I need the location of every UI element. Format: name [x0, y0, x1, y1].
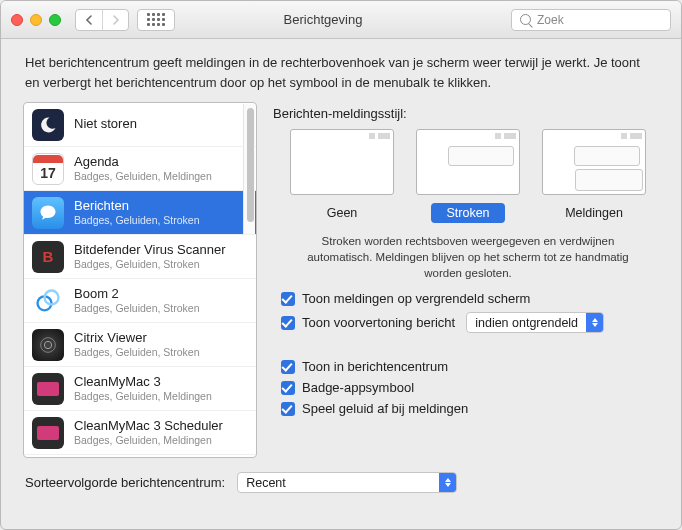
sound-checkbox[interactable]: Speel geluid af bij meldingen — [281, 401, 663, 416]
alert-style-none[interactable]: Geen — [290, 129, 394, 223]
search-field[interactable]: Zoek — [511, 9, 671, 31]
list-item[interactable]: Dashlane Badges, Geluiden, Stroken — [24, 455, 256, 457]
svg-point-2 — [44, 341, 51, 348]
list-item[interactable]: Niet storen — [24, 103, 256, 147]
checkbox-icon — [281, 316, 295, 330]
cleanmymac-scheduler-icon — [32, 417, 64, 449]
alert-style-help: Stroken worden rechtsboven weergegeven e… — [273, 227, 663, 291]
list-item-selected[interactable]: Berichten Badges, Geluiden, Stroken — [24, 191, 256, 235]
search-icon — [520, 14, 531, 25]
checkbox-icon — [281, 402, 295, 416]
checkbox-icon — [281, 381, 295, 395]
list-item[interactable]: 17 Agenda Badges, Geluiden, Meldingen — [24, 147, 256, 191]
preview-dropdown[interactable]: indien ontgrendeld — [466, 312, 604, 333]
dropdown-arrows-icon — [586, 313, 603, 332]
sort-dropdown[interactable]: Recent — [237, 472, 457, 493]
checkbox-icon — [281, 292, 295, 306]
forward-button[interactable] — [102, 10, 128, 30]
list-item[interactable]: Citrix Viewer Badges, Geluiden, Stroken — [24, 323, 256, 367]
notification-center-checkbox[interactable]: Toon in berichtencentrum — [281, 359, 663, 374]
app-list[interactable]: Niet storen 17 Agenda Badges, Geluiden, … — [23, 102, 257, 458]
list-item[interactable]: B Bitdefender Virus Scanner Badges, Gelu… — [24, 235, 256, 279]
dnd-icon — [32, 109, 64, 141]
alert-style-alerts[interactable]: Meldingen — [542, 129, 646, 223]
list-item[interactable]: CleanMyMac 3 Scheduler Badges, Geluiden,… — [24, 411, 256, 455]
search-placeholder: Zoek — [537, 13, 564, 27]
list-scrollbar[interactable] — [243, 104, 255, 234]
sort-label: Sorteervolgorde berichtencentrum: — [25, 475, 225, 490]
list-item[interactable]: Boom 2 Badges, Geluiden, Stroken — [24, 279, 256, 323]
alert-style-banners[interactable]: Stroken — [416, 129, 520, 223]
boom-icon — [32, 285, 64, 317]
lock-screen-checkbox[interactable]: Toon meldingen op vergrendeld scherm — [281, 291, 663, 306]
window-title: Berichtgeving — [143, 12, 503, 27]
back-button[interactable] — [76, 10, 102, 30]
intro-text: Het berichtencentrum geeft meldingen in … — [1, 39, 681, 102]
minimize-window-button[interactable] — [30, 14, 42, 26]
alert-style-heading: Berichten-meldingsstijl: — [273, 106, 663, 121]
citrix-icon — [32, 329, 64, 361]
zoom-window-button[interactable] — [49, 14, 61, 26]
bitdefender-icon: B — [32, 241, 64, 273]
preview-checkbox[interactable]: Toon voorvertoning bericht indien ontgre… — [281, 312, 663, 333]
checkbox-icon — [281, 360, 295, 374]
list-item[interactable]: CleanMyMac 3 Badges, Geluiden, Meldingen — [24, 367, 256, 411]
close-window-button[interactable] — [11, 14, 23, 26]
svg-point-3 — [41, 337, 56, 352]
dropdown-arrows-icon — [439, 473, 456, 492]
nav-back-forward[interactable] — [75, 9, 129, 31]
calendar-icon: 17 — [32, 153, 64, 185]
messages-icon — [32, 197, 64, 229]
badge-checkbox[interactable]: Badge-appsymbool — [281, 380, 663, 395]
cleanmymac-icon — [32, 373, 64, 405]
